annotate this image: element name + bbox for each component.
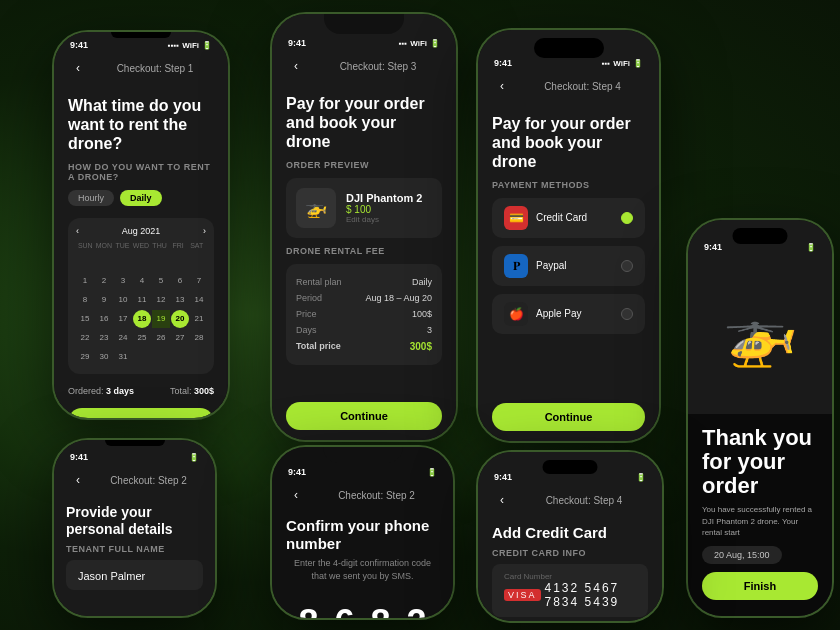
paypal-radio[interactable]: [621, 260, 633, 272]
credit-card-radio[interactable]: [621, 212, 633, 224]
cal-cell[interactable]: 11: [133, 291, 151, 309]
code-digit-1: 8: [298, 602, 318, 618]
cal-cell[interactable]: 25: [133, 329, 151, 347]
cal-cell[interactable]: 14: [190, 291, 208, 309]
dynamic-island-ty: [733, 228, 788, 244]
cal-prev[interactable]: ‹: [76, 226, 79, 236]
back-button-card[interactable]: ‹: [492, 490, 512, 510]
step-label-card: Checkout: Step 4: [520, 495, 648, 506]
back-button-4[interactable]: ‹: [492, 76, 512, 96]
thank-you-title: Thank youfor your order: [702, 426, 818, 499]
back-button-3[interactable]: ‹: [286, 56, 306, 76]
step-label-4: Checkout: Step 4: [520, 81, 645, 92]
cal-cell-18[interactable]: 18: [133, 310, 151, 328]
continue-button-1[interactable]: Continue: [68, 408, 214, 418]
calendar: ‹ Aug 2021 › SUNMONTUEWEDTHUFRISAT 1: [68, 218, 214, 374]
cal-cell[interactable]: 1: [76, 272, 94, 290]
cal-cell[interactable]: 13: [171, 291, 189, 309]
fee-row-days: Days 3: [296, 322, 432, 338]
cal-cell[interactable]: 27: [171, 329, 189, 347]
cal-cell[interactable]: [76, 253, 94, 271]
apple-pay-option[interactable]: 🍎 Apple Pay: [492, 294, 645, 334]
cal-cell[interactable]: 4: [133, 272, 151, 290]
cal-cell[interactable]: 28: [190, 329, 208, 347]
cal-cell[interactable]: 9: [95, 291, 113, 309]
thank-you-content: Thank youfor your order You have success…: [688, 414, 832, 616]
cal-cell[interactable]: 5: [152, 272, 170, 290]
rent-type-selector: Hourly Daily: [68, 190, 214, 206]
cal-cell[interactable]: 30: [95, 348, 113, 366]
page-title-1: What time do you want to rent the drone?: [68, 96, 214, 154]
code-digit-3: 8: [371, 602, 391, 618]
phone-step2-personal: 9:41 🔋 ‹ Checkout: Step 2 Provide your p…: [52, 438, 217, 618]
page-title-4: Pay for your order and book your drone: [492, 114, 645, 172]
credit-card-option[interactable]: 💳 Credit Card: [492, 198, 645, 238]
cal-cell[interactable]: 2: [95, 272, 113, 290]
back-button-1[interactable]: ‹: [68, 58, 88, 78]
edit-days[interactable]: Edit days: [346, 215, 422, 224]
step-label-3: Checkout: Step 3: [314, 61, 442, 72]
cal-cell[interactable]: 23: [95, 329, 113, 347]
finish-button[interactable]: Finish: [702, 572, 818, 600]
order-preview-label: Order Preview: [286, 160, 442, 170]
cal-cell-19[interactable]: 19: [152, 310, 170, 328]
cal-cell[interactable]: 21: [190, 310, 208, 328]
cal-cell[interactable]: 29: [76, 348, 94, 366]
date-badge: 20 Aug, 15:00: [702, 546, 782, 564]
header-step4card: ‹ Checkout: Step 4: [478, 486, 662, 518]
drone-image: 🚁: [688, 256, 832, 414]
rent-subtitle: How do you want to rent a drone?: [68, 162, 214, 182]
back-button-p[interactable]: ‹: [68, 470, 88, 490]
header-step4: ‹ Checkout: Step 4: [478, 72, 659, 104]
card-info-label: Credit card info: [492, 548, 648, 558]
cal-cell[interactable]: 31: [114, 348, 132, 366]
cal-cell[interactable]: 16: [95, 310, 113, 328]
cal-cell[interactable]: 12: [152, 291, 170, 309]
payment-options: 💳 Credit Card 𝐏 Paypal 🍎 Apple Pay: [492, 198, 645, 334]
drone-thumbnail: 🚁: [296, 188, 336, 228]
fee-row-plan: Rental plan Daily: [296, 274, 432, 290]
add-card-title: Add Credit Card: [492, 524, 648, 542]
cal-cell[interactable]: 15: [76, 310, 94, 328]
dynamic-island-card: [543, 460, 598, 474]
step-label-p: Checkout: Step 2: [96, 475, 201, 486]
continue-button-4[interactable]: Continue: [492, 403, 645, 431]
cal-cell[interactable]: 17: [114, 310, 132, 328]
back-button-c[interactable]: ‹: [286, 485, 306, 505]
code-digit-4: 2: [407, 602, 427, 618]
cal-cell[interactable]: [152, 253, 170, 271]
cal-cell[interactable]: [95, 253, 113, 271]
cal-cell[interactable]: 24: [114, 329, 132, 347]
cal-cell[interactable]: 7: [190, 272, 208, 290]
phone-thank-you: 9:41 🔋 🚁 Thank youfor your order You hav…: [686, 218, 834, 618]
continue-button-3[interactable]: Continue: [286, 402, 442, 430]
paypal-label: Paypal: [536, 260, 613, 271]
cal-cell[interactable]: [171, 253, 189, 271]
paypal-option[interactable]: 𝐏 Paypal: [492, 246, 645, 286]
cal-cell[interactable]: 26: [152, 329, 170, 347]
credit-card-icon: 💳: [504, 206, 528, 230]
cal-cell[interactable]: 6: [171, 272, 189, 290]
cal-cell[interactable]: [190, 253, 208, 271]
card-number-field[interactable]: Card Number VISA 4132 5467 7834 5439: [492, 564, 648, 617]
cal-cell[interactable]: [114, 253, 132, 271]
cal-cell[interactable]: 3: [114, 272, 132, 290]
preview-info: DJI Phantom 2 $ 100 Edit days: [346, 192, 422, 224]
cal-cell[interactable]: 8: [76, 291, 94, 309]
tenant-name-field[interactable]: Jason Palmer: [66, 560, 203, 590]
card-number-label: Card Number: [504, 572, 636, 581]
cal-cell[interactable]: 22: [76, 329, 94, 347]
cal-next[interactable]: ›: [203, 226, 206, 236]
apple-pay-radio[interactable]: [621, 308, 633, 320]
rent-hourly[interactable]: Hourly: [68, 190, 114, 206]
dynamic-island: [534, 38, 604, 58]
cal-cell-20[interactable]: 20: [171, 310, 189, 328]
cal-cell[interactable]: [133, 253, 151, 271]
calendar-nav: ‹ Aug 2021 ›: [76, 226, 206, 236]
rent-daily[interactable]: Daily: [120, 190, 162, 206]
rental-fee-label: Drone rental fee: [286, 246, 442, 256]
order-summary: Ordered: 3 days Total: 300$: [68, 382, 214, 400]
tenant-label: Tenant Full Name: [66, 544, 203, 554]
cal-cell[interactable]: 10: [114, 291, 132, 309]
order-preview-card: 🚁 DJI Phantom 2 $ 100 Edit days: [286, 178, 442, 238]
